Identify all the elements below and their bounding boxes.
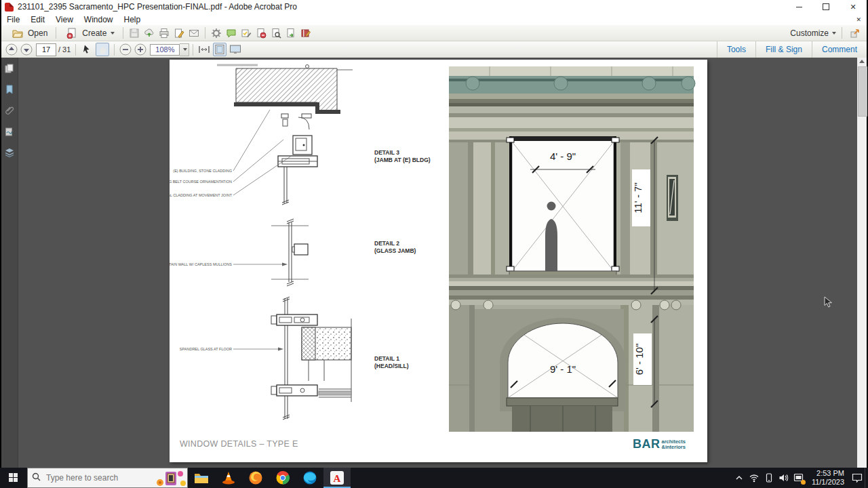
- callout-belt: (E) BUILDING BELT COURSE ORNAMENTATION: [170, 180, 232, 184]
- dim-upper-height: 11' - 7": [632, 182, 644, 213]
- fit-width-icon[interactable]: [198, 43, 210, 56]
- scrollbar-thumb[interactable]: [858, 66, 867, 117]
- clock-time: 2:53 PM: [812, 469, 844, 478]
- attachments-icon[interactable]: [5, 105, 15, 115]
- taskbar-search[interactable]: [27, 468, 188, 488]
- menu-file[interactable]: File: [1, 15, 25, 24]
- acrobat-app-icon: [5, 3, 14, 12]
- layers-icon[interactable]: [5, 147, 15, 157]
- create-icon: [66, 27, 78, 39]
- fullscreen-icon[interactable]: [229, 43, 241, 56]
- hand-tool-button[interactable]: [96, 43, 109, 56]
- fit-page-button[interactable]: [213, 43, 226, 56]
- menu-bar: File Edit View Window Help ✕: [1, 14, 867, 26]
- fill-sign-book-icon[interactable]: [300, 27, 312, 39]
- sign-check-icon[interactable]: [240, 27, 252, 39]
- maximize-icon: [823, 3, 829, 10]
- cloud-share-icon[interactable]: [143, 27, 155, 39]
- open-folder-icon: [12, 27, 24, 39]
- facade-rendering: 4' - 9": [449, 66, 695, 432]
- menu-window[interactable]: Window: [79, 15, 119, 24]
- search-doodle-art: [155, 468, 186, 487]
- menubar-close-icon[interactable]: ✕: [856, 16, 861, 23]
- vertical-scrollbar[interactable]: [857, 58, 867, 468]
- detail-2-drawing: GLASS CURTAIN WALL W/ CAPLESS MULLIONS: [170, 219, 309, 286]
- action-center-icon[interactable]: [850, 468, 865, 488]
- volume-icon[interactable]: [776, 468, 791, 488]
- sign-pencil-icon[interactable]: [173, 27, 185, 39]
- taskbar-file-explorer[interactable]: [188, 468, 215, 488]
- caret-down-icon: [111, 32, 115, 35]
- minimize-button[interactable]: [785, 0, 812, 14]
- zoom-dropdown-button[interactable]: [180, 43, 189, 56]
- zoom-level-value[interactable]: 108%: [150, 44, 180, 56]
- tab-fill-sign[interactable]: Fill & Sign: [755, 41, 812, 58]
- title-bar: 231101_2395 Sacramento_HPC Presentation-…: [1, 0, 867, 14]
- search-icon: [32, 472, 41, 484]
- tray-app-notification-icon[interactable]: [791, 468, 806, 488]
- taskbar-acrobat[interactable]: A: [323, 468, 351, 488]
- detail-2-subtitle: (GLASS JAMB): [374, 247, 416, 254]
- print-icon[interactable]: [158, 27, 170, 39]
- signatures-icon[interactable]: [5, 126, 15, 136]
- customize-label: Customize: [790, 28, 829, 38]
- callout-curtain: GLASS CURTAIN WALL W/ CAPLESS MULLIONS: [170, 262, 232, 266]
- page-number-input[interactable]: [36, 43, 56, 56]
- taskbar-chrome[interactable]: [269, 468, 296, 488]
- previous-page-button[interactable]: [5, 43, 18, 56]
- divider: [842, 27, 842, 39]
- taskbar-clock[interactable]: 2:53 PM 11/1/2023: [806, 469, 850, 487]
- taskbar-edge[interactable]: [296, 468, 323, 488]
- save-icon[interactable]: [128, 27, 140, 39]
- next-page-button[interactable]: [20, 43, 33, 56]
- send-share-icon[interactable]: [849, 27, 861, 39]
- gear-icon[interactable]: [210, 27, 222, 39]
- page-total-label: / 31: [58, 45, 71, 54]
- search-input[interactable]: [45, 472, 142, 483]
- divider: [205, 27, 205, 39]
- divider: [114, 44, 115, 56]
- close-button[interactable]: ✕: [840, 0, 867, 14]
- maximize-button[interactable]: [812, 0, 840, 14]
- comment-bubble-icon[interactable]: [225, 27, 237, 39]
- select-tool-icon[interactable]: [81, 43, 93, 56]
- pdf-protect-icon[interactable]: [255, 27, 267, 39]
- start-button[interactable]: [0, 468, 27, 488]
- tab-tools[interactable]: Tools: [717, 41, 755, 58]
- pdf-page[interactable]: (E) BUILDING, STONE CLADDING (E) BUILDIN…: [170, 60, 707, 462]
- screen: 231101_2395 Sacramento_HPC Presentation-…: [0, 0, 868, 488]
- navigation-pane-rail: [1, 58, 18, 468]
- phone-link-icon[interactable]: [762, 468, 776, 488]
- zoom-in-button[interactable]: [134, 43, 146, 56]
- menu-edit[interactable]: Edit: [25, 15, 50, 24]
- scroll-up-arrow-icon[interactable]: [859, 60, 865, 63]
- pdf-search-icon[interactable]: [270, 27, 282, 39]
- zoom-out-button[interactable]: [119, 43, 132, 56]
- taskbar-firefox[interactable]: [242, 468, 269, 488]
- menu-help[interactable]: Help: [119, 15, 146, 24]
- bookmarks-icon[interactable]: [5, 84, 15, 94]
- tab-comment[interactable]: Comment: [812, 41, 867, 58]
- detail-2-title: DETAIL 2: [374, 240, 399, 247]
- window-controls: ✕: [785, 0, 867, 14]
- task-pane-tabs: Tools Fill & Sign Comment: [717, 41, 867, 58]
- taskbar-vlc[interactable]: [215, 468, 242, 488]
- divider: [56, 27, 56, 39]
- dim-upper-width: 4' - 9": [550, 150, 576, 162]
- open-button[interactable]: Open: [5, 25, 52, 41]
- detail-1-title: DETAIL 1: [374, 355, 399, 362]
- main-toolbar: Open Create Customize: [1, 25, 867, 41]
- detail-3-subtitle: (JAMB AT (E) BLDG): [374, 157, 431, 163]
- tray-chevron-up-icon[interactable]: [732, 468, 747, 488]
- page-thumbnails-icon[interactable]: [5, 63, 15, 73]
- create-button[interactable]: Create: [60, 25, 119, 41]
- customize-button[interactable]: Customize: [790, 27, 867, 39]
- caret-down-icon: [183, 48, 187, 51]
- show-desktop-button[interactable]: [865, 468, 868, 488]
- detail-3-title: DETAIL 3: [374, 149, 399, 156]
- pdf-export-icon[interactable]: [285, 27, 297, 39]
- wifi-icon[interactable]: [747, 468, 762, 488]
- menu-view[interactable]: View: [50, 15, 79, 24]
- windows-logo-icon: [9, 473, 18, 483]
- email-icon[interactable]: [188, 27, 200, 39]
